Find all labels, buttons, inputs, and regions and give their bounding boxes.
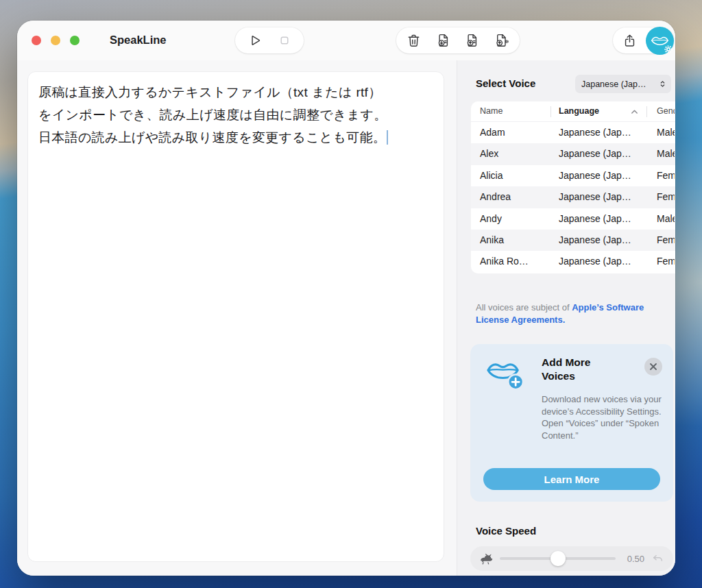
voice-gender: Female	[657, 191, 675, 202]
language-filter-dropdown[interactable]: Japanese (Jap…	[575, 75, 671, 93]
voice-row[interactable]: Anika Japanese (Jap… Female	[471, 230, 675, 251]
document-toolbar	[396, 27, 520, 53]
share-voice-toolbar	[613, 27, 674, 53]
add-voices-description: Download new voices via your device’s Ac…	[542, 393, 662, 441]
license-note-text: All voices are subject of	[476, 302, 572, 313]
voice-name: Andy	[480, 213, 502, 224]
trash-icon	[406, 33, 422, 49]
clear-text-button[interactable]	[402, 29, 426, 52]
voice-gender: Female	[657, 170, 675, 181]
export-audio-icon	[494, 32, 510, 49]
lips-plus-icon	[485, 359, 528, 392]
voice-gender: Female	[657, 256, 675, 267]
voice-name: Alex	[480, 148, 498, 159]
voice-name: Adam	[480, 127, 505, 138]
stop-icon	[277, 33, 292, 48]
export-text-button[interactable]	[461, 29, 484, 52]
zoom-traffic-button[interactable]	[70, 36, 80, 45]
speech-text-line: 原稿は直接入力するかテキストファイル（txt または rtf）	[38, 81, 433, 103]
voice-gender: Male	[657, 127, 675, 138]
editor-pane: 原稿は直接入力するかテキストファイル（txt または rtf） をインポートでき…	[17, 60, 457, 576]
voice-table: Name Language Gender Adam Japanese (Jap……	[471, 101, 675, 273]
share-icon	[622, 33, 638, 49]
column-header-name[interactable]: Name	[480, 106, 503, 116]
speech-text-line: 日本語の読み上げや読み取り速度を変更することも可能。	[38, 126, 433, 149]
gear-badge-icon	[664, 45, 673, 53]
voice-language: Japanese (Jap…	[559, 191, 631, 202]
title-bar: SpeakLine	[17, 21, 675, 60]
voice-language: Japanese (Jap…	[559, 234, 631, 245]
stepper-chevrons-icon	[657, 79, 668, 89]
language-filter-value: Japanese (Jap…	[581, 79, 657, 89]
add-voices-title: Add More Voices	[542, 356, 624, 383]
add-more-voices-card: Add More Voices Download new voices via …	[470, 344, 673, 502]
voice-settings-button[interactable]	[646, 27, 674, 55]
column-divider	[550, 106, 551, 117]
reset-speed-button[interactable]	[649, 552, 666, 566]
learn-more-button[interactable]: Learn More	[483, 468, 660, 490]
play-button[interactable]	[243, 29, 266, 52]
share-button[interactable]	[618, 29, 640, 52]
voice-speed-label: Voice Speed	[476, 525, 536, 537]
voice-gender: Male	[657, 213, 675, 224]
export-audio-button[interactable]	[490, 29, 513, 52]
voice-row[interactable]: Alex Japanese (Jap… Male	[471, 143, 675, 164]
close-icon	[649, 363, 657, 371]
voice-name: Anika Ro…	[480, 256, 529, 267]
voice-sidebar: Select Voice Japanese (Jap… Name Languag…	[457, 60, 675, 576]
voice-language: Japanese (Jap…	[559, 256, 631, 267]
select-voice-label: Select Voice	[476, 77, 535, 89]
sort-ascending-icon	[630, 108, 639, 117]
dismiss-card-button[interactable]	[644, 358, 662, 376]
play-icon	[247, 33, 262, 48]
voice-gender: Male	[657, 148, 675, 159]
voice-name: Anika	[480, 234, 504, 245]
playback-controls	[235, 27, 304, 53]
license-note: All voices are subject of Apple’s Softwa…	[476, 302, 672, 326]
column-header-gender[interactable]: Gender	[657, 106, 675, 116]
voice-language: Japanese (Jap…	[559, 170, 631, 181]
stop-button[interactable]	[273, 29, 296, 52]
voice-language: Japanese (Jap…	[559, 127, 631, 138]
import-text-icon	[435, 32, 452, 49]
window-title: SpeakLine	[110, 34, 167, 47]
voice-speed-control: 0.50	[470, 546, 673, 571]
column-header-language[interactable]: Language	[559, 106, 599, 116]
undo-icon	[651, 552, 665, 566]
voice-table-header: Name Language Gender	[471, 101, 675, 122]
hare-icon	[479, 551, 494, 567]
voice-gender: Female	[657, 234, 675, 245]
column-divider	[646, 106, 647, 117]
voice-row[interactable]: Anika Ro… Japanese (Jap… Female	[471, 251, 675, 272]
voice-row[interactable]: Andy Japanese (Jap… Male	[471, 208, 675, 230]
voice-speed-slider[interactable]	[500, 557, 616, 560]
text-cursor	[387, 130, 388, 145]
app-window: SpeakLine	[17, 21, 675, 576]
close-traffic-button[interactable]	[32, 36, 41, 45]
voice-speed-slider-thumb[interactable]	[550, 551, 566, 566]
voice-language: Japanese (Jap…	[559, 148, 631, 159]
voice-row[interactable]: Adam Japanese (Jap… Male	[471, 122, 675, 143]
voice-row[interactable]: Andrea Japanese (Jap… Female	[471, 186, 675, 208]
voice-name: Andrea	[480, 191, 511, 202]
export-text-icon	[464, 32, 481, 49]
voice-name: Alicia	[480, 170, 503, 181]
voice-speed-value: 0.50	[620, 554, 644, 564]
speech-text-line: をインポートでき、読み上げ速度は自由に調整できます。	[38, 103, 433, 126]
speech-text-area[interactable]: 原稿は直接入力するかテキストファイル（txt または rtf） をインポートでき…	[27, 71, 444, 562]
minimize-traffic-button[interactable]	[51, 36, 60, 45]
import-text-button[interactable]	[432, 29, 455, 52]
voice-language: Japanese (Jap…	[559, 213, 631, 224]
voice-row[interactable]: Alicia Japanese (Jap… Female	[471, 165, 675, 186]
